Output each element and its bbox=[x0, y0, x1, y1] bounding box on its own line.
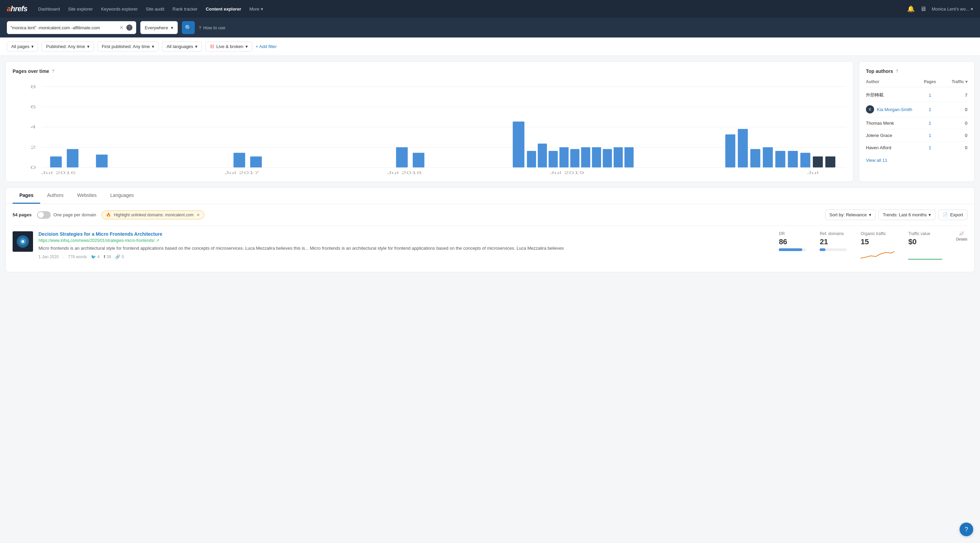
chart-area: 8 6 4 2 0 bbox=[13, 80, 846, 175]
svg-rect-22 bbox=[570, 149, 579, 167]
svg-rect-23 bbox=[581, 147, 590, 167]
result-meta: 1 Jan 2020 · 778 words 🐦 4 f 39 🔗 0 bbox=[38, 255, 773, 259]
top-authors-panel: Top authors ? Author Pages Traffic ▾ 外部轉… bbox=[859, 61, 975, 182]
search-input[interactable] bbox=[11, 25, 117, 30]
first-published-filter[interactable]: First published: Any time ▾ bbox=[97, 41, 159, 51]
traffic-value-sparkline bbox=[908, 246, 942, 260]
svg-point-45 bbox=[21, 240, 24, 243]
author-pages[interactable]: 1 bbox=[920, 107, 940, 112]
svg-rect-26 bbox=[614, 147, 623, 167]
ref-domains-bar bbox=[819, 248, 847, 251]
author-pages[interactable]: 1 bbox=[920, 121, 940, 126]
search-bar: ✕ ? Everywhere ▾ 🔍 ? How to use bbox=[0, 18, 980, 37]
monitor-icon[interactable]: 🖥 bbox=[920, 5, 926, 13]
tab-pages[interactable]: Pages bbox=[13, 188, 40, 204]
svg-rect-19 bbox=[538, 143, 547, 167]
highlight-close-icon[interactable]: ✕ bbox=[196, 213, 200, 217]
all-pages-filter[interactable]: All pages ▾ bbox=[7, 41, 38, 51]
nav-keywords-explorer[interactable]: Keywords explorer bbox=[101, 6, 138, 11]
add-filter-button[interactable]: + Add filter bbox=[256, 44, 277, 49]
logo[interactable]: ahrefs bbox=[7, 5, 27, 13]
details-button[interactable]: 📈 Details bbox=[956, 231, 967, 241]
traffic-col-header[interactable]: Traffic ▾ bbox=[940, 80, 967, 84]
result-title[interactable]: Decision Strategies for a Micro Frontend… bbox=[38, 231, 773, 237]
svg-rect-36 bbox=[826, 156, 835, 167]
svg-text:Jul 2019: Jul 2019 bbox=[550, 170, 584, 175]
nav-more[interactable]: More ▾ bbox=[249, 6, 263, 11]
mention-icon: 🔗 bbox=[115, 255, 120, 259]
tab-authors[interactable]: Authors bbox=[40, 188, 70, 204]
live-broken-filter[interactable]: ⛓ Live & broken ▾ bbox=[205, 41, 252, 51]
authors-table-header: Author Pages Traffic ▾ bbox=[866, 80, 967, 87]
meta-date: 1 Jan 2020 bbox=[38, 255, 59, 259]
svg-text:6: 6 bbox=[30, 104, 36, 109]
sort-by-button[interactable]: Sort by: Relevance ▾ bbox=[825, 210, 876, 220]
dr-metric: DR 86 bbox=[779, 231, 806, 251]
dr-value: 86 bbox=[779, 237, 806, 246]
how-to-icon: ? bbox=[199, 25, 201, 30]
svg-rect-30 bbox=[750, 149, 760, 167]
chart-help-icon[interactable]: ? bbox=[52, 69, 54, 73]
toggle-label: One page per domain bbox=[54, 212, 96, 217]
highlight-badge: 🔥 Highlight unlinked domains: monicalent… bbox=[102, 210, 204, 220]
svg-rect-28 bbox=[725, 135, 735, 167]
svg-rect-27 bbox=[625, 147, 634, 167]
search-help-icon[interactable]: ? bbox=[126, 24, 132, 31]
nav-site-explorer[interactable]: Site explorer bbox=[68, 6, 93, 11]
result-url[interactable]: https://www.infoq.com/news/2020/01/strat… bbox=[38, 238, 773, 243]
svg-rect-29 bbox=[738, 129, 748, 167]
nav-dashboard[interactable]: Dashboard bbox=[38, 6, 60, 11]
view-all-link[interactable]: View all 11 bbox=[866, 158, 967, 163]
svg-rect-24 bbox=[592, 147, 601, 167]
search-input-wrapper: ✕ ? bbox=[7, 21, 136, 34]
location-dropdown[interactable]: Everywhere ▾ bbox=[140, 21, 178, 34]
nav-rank-tracker[interactable]: Rank tracker bbox=[173, 6, 198, 11]
svg-rect-31 bbox=[763, 147, 773, 167]
meta-words: 778 words bbox=[68, 255, 87, 259]
nav-site-audit[interactable]: Site audit bbox=[146, 6, 164, 11]
svg-rect-14 bbox=[250, 156, 262, 167]
svg-rect-20 bbox=[549, 151, 558, 167]
nav-content-explorer[interactable]: Content explorer bbox=[206, 6, 241, 11]
tab-languages[interactable]: Languages bbox=[103, 188, 141, 204]
author-row: Haven Alford 1 0 bbox=[866, 142, 967, 154]
traffic-value-value: $0 bbox=[908, 237, 942, 246]
one-per-domain-toggle[interactable] bbox=[37, 211, 51, 219]
author-traffic: 0 bbox=[940, 133, 967, 138]
search-button[interactable]: 🔍 bbox=[182, 21, 195, 34]
result-card: Decision Strategies for a Micro Frontend… bbox=[13, 226, 967, 266]
pages-col-header: Pages bbox=[920, 80, 940, 84]
search-clear-icon[interactable]: ✕ bbox=[119, 25, 124, 30]
toggle-wrapper: One page per domain bbox=[37, 211, 96, 219]
dr-bar bbox=[779, 248, 806, 251]
notification-bell-icon[interactable]: 🔔 bbox=[907, 5, 915, 13]
author-row: Thomas Menk 1 0 bbox=[866, 117, 967, 129]
all-languages-filter[interactable]: All languages ▾ bbox=[162, 41, 202, 51]
author-name[interactable]: Kia Morgan-Smith bbox=[877, 107, 920, 112]
author-pages[interactable]: 1 bbox=[920, 93, 940, 98]
user-menu[interactable]: Monica Lent's wo... ▾ bbox=[932, 6, 973, 11]
author-pages[interactable]: 1 bbox=[920, 145, 940, 150]
author-name: Jolene Grace bbox=[866, 133, 920, 138]
svg-rect-12 bbox=[96, 154, 108, 167]
authors-table: Author Pages Traffic ▾ 外部轉載 1 7 K Kia Mo… bbox=[866, 80, 967, 154]
ref-domains-value: 21 bbox=[819, 237, 847, 246]
trends-button[interactable]: Trends: Last 6 months ▾ bbox=[878, 210, 936, 220]
svg-rect-10 bbox=[50, 156, 62, 167]
top-authors-help-icon[interactable]: ? bbox=[896, 69, 898, 73]
organic-traffic-label: Organic traffic bbox=[861, 231, 894, 236]
top-authors-title: Top authors ? bbox=[866, 68, 967, 74]
how-to-link[interactable]: ? How to use bbox=[199, 25, 226, 30]
author-col-header: Author bbox=[866, 80, 920, 84]
tab-websites[interactable]: Websites bbox=[70, 188, 103, 204]
published-filter[interactable]: Published: Any time ▾ bbox=[41, 41, 94, 51]
toolbar-right: Sort by: Relevance ▾ Trends: Last 6 mont… bbox=[825, 210, 967, 220]
svg-rect-25 bbox=[603, 149, 612, 167]
author-pages[interactable]: 1 bbox=[920, 133, 940, 138]
facebook-icon: f bbox=[104, 255, 105, 259]
author-name: Thomas Menk bbox=[866, 121, 920, 126]
organic-traffic-value: 15 bbox=[861, 237, 894, 246]
export-button[interactable]: 📄 Export bbox=[938, 210, 967, 220]
svg-rect-21 bbox=[560, 147, 569, 167]
author-name: Haven Alford bbox=[866, 145, 920, 150]
